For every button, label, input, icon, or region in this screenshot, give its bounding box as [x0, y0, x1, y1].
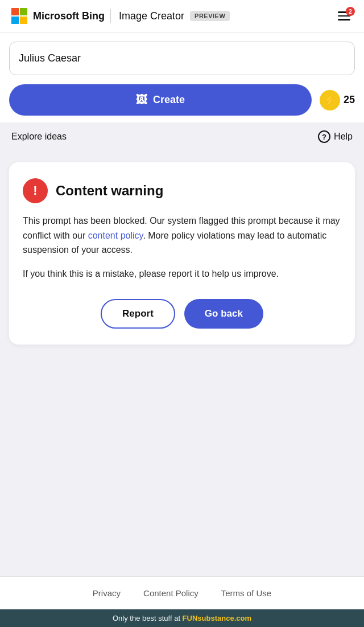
boost-icon: ⚡	[320, 90, 340, 110]
help-label: Help	[334, 132, 353, 142]
banner-text-start: Only the best stuff at	[113, 614, 183, 622]
warning-body2: If you think this is a mistake, please r…	[23, 267, 341, 281]
footer-privacy-link[interactable]: Privacy	[93, 588, 121, 598]
menu-button[interactable]: 2	[336, 9, 353, 23]
brand-name: Microsoft Bing	[33, 10, 105, 22]
warning-icon: !	[23, 178, 48, 203]
explore-ideas-label[interactable]: Explore ideas	[11, 132, 67, 142]
preview-badge: PREVIEW	[190, 11, 230, 21]
content-policy-link[interactable]: content policy	[88, 231, 143, 240]
create-button[interactable]: 🖼 Create	[9, 84, 312, 116]
warning-body1: This prompt has been blocked. Our system…	[23, 214, 341, 257]
header-divider	[110, 9, 111, 23]
help-button[interactable]: ? Help	[318, 130, 353, 143]
search-area	[0, 32, 364, 75]
help-icon: ?	[318, 130, 330, 143]
create-button-label: Create	[153, 94, 185, 106]
notification-badge: 2	[346, 7, 355, 16]
app-title: Image Creator	[119, 10, 184, 22]
warning-title-row: ! Content warning	[23, 178, 341, 203]
boost-container: ⚡ 25	[320, 90, 355, 110]
warning-area: ! Content warning This prompt has been b…	[0, 151, 364, 576]
goback-button[interactable]: Go back	[184, 299, 263, 329]
create-icon: 🖼	[136, 93, 147, 106]
bottom-banner: Only the best stuff at FUNsubstance.com	[0, 609, 364, 627]
warning-actions: Report Go back	[23, 299, 341, 329]
warning-title: Content warning	[56, 183, 163, 199]
boost-count: 25	[344, 94, 355, 106]
header: Microsoft Bing Image Creator PREVIEW 2	[0, 0, 364, 32]
footer: Privacy Content Policy Terms of Use	[0, 576, 364, 609]
warning-card: ! Content warning This prompt has been b…	[9, 162, 355, 345]
explore-row: Explore ideas ? Help	[0, 122, 364, 151]
search-input[interactable]	[9, 42, 355, 75]
footer-content-policy-link[interactable]: Content Policy	[143, 588, 198, 598]
report-button[interactable]: Report	[101, 299, 175, 329]
footer-terms-link[interactable]: Terms of Use	[221, 588, 271, 598]
microsoft-logo	[11, 8, 27, 24]
create-bar: 🖼 Create ⚡ 25	[0, 75, 364, 122]
banner-highlight: FUNsubstance.com	[183, 614, 251, 622]
